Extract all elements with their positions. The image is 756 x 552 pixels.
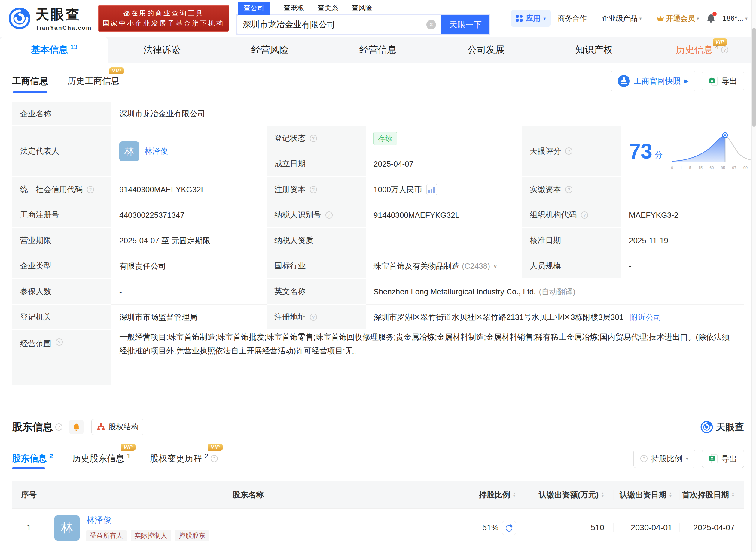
nav-divider (649, 14, 649, 23)
score-value: 73 (629, 141, 652, 162)
notifications-bell-button[interactable] (707, 13, 716, 23)
caret-down-icon: ▾ (697, 16, 699, 21)
nav-enterprise-products[interactable]: 企业级产品 ▾ (602, 13, 642, 23)
tab-history-count: 4 (716, 43, 719, 50)
equity-structure-button[interactable]: 股权结构 (91, 419, 144, 435)
field-value-company-name: 深圳市龙冶金业有限公司 (112, 102, 744, 126)
search-tab-risk[interactable]: 查风险 (352, 3, 372, 15)
promo-badge: 都在用的商业查询工具 国家中小企业发展子基金旗下机构 (98, 5, 229, 31)
subtab-business-info[interactable]: 工商信息 (12, 75, 48, 88)
field-label-legal-rep: 法定代表人 (12, 126, 112, 177)
capital-trend-icon[interactable] (426, 184, 437, 195)
shareholders-section: 股东信息 ? 股权结构 (12, 419, 744, 552)
field-value-business-scope: 一般经营项目:珠宝首饰制造;珠宝首饰批发;珠宝首饰零售;珠宝首饰回收修理服务;贵… (112, 330, 744, 386)
nearby-companies-link[interactable]: 附近公司 (630, 312, 661, 322)
search-input[interactable] (243, 20, 426, 29)
tab-development-label: 公司发展 (467, 43, 504, 56)
official-snapshot-button[interactable]: 工商官网快照 ▶ (611, 71, 695, 91)
field-value-approval-date: 2025-11-19 (621, 228, 744, 254)
legal-rep-link[interactable]: 林泽俊 (144, 146, 168, 156)
field-value-paid-capital: - (621, 177, 744, 202)
subtab-history-business-info[interactable]: VIP 历史工商信息 (67, 75, 120, 87)
help-icon[interactable]: ? (326, 212, 333, 219)
help-icon[interactable]: ? (721, 46, 728, 53)
search-input-wrap: ✕ (237, 15, 442, 34)
nav-open-membership[interactable]: 开通会员 ▾ (656, 13, 699, 23)
user-account-menu[interactable]: 186*... ▾ (723, 14, 748, 22)
en-name-note: (自动翻译) (539, 286, 576, 297)
col-header-ratio: 持股比例 ▲▼ (451, 490, 523, 500)
tab-intellectual-property[interactable]: 知识产权 (540, 37, 648, 63)
user-phone-label: 186*... (723, 14, 743, 22)
tab-basic-info-label: 基本信息 (31, 43, 68, 56)
org-chart-icon (97, 423, 105, 431)
search-tab-relation[interactable]: 查关系 (318, 3, 338, 15)
search-box: ✕ 天眼一下 (237, 15, 490, 34)
tab-basic-info[interactable]: 基本信息 13 (0, 37, 108, 63)
row-sub-date: 2030-04-01 (613, 523, 679, 533)
industry-code: (C2438) (462, 262, 490, 271)
score-chart-ticks: 01 515 6085 9799 100 (671, 165, 756, 170)
search-tab-boss[interactable]: 查老板 (284, 3, 304, 15)
help-icon[interactable]: ? (310, 313, 317, 321)
vip-badge: VIP (109, 67, 124, 75)
field-label-address: 注册地址 ? (266, 304, 366, 330)
help-icon[interactable]: ? (211, 455, 218, 462)
field-label-staff-size: 人员规模 (522, 254, 621, 279)
help-icon[interactable]: ? (565, 147, 573, 155)
shareholder-name-link[interactable]: 林泽俊 (86, 515, 209, 526)
field-value-legal-rep: 林 林泽俊 (112, 126, 266, 177)
sort-icon[interactable]: ▲▼ (669, 492, 672, 497)
promo-line2: 国家中小企业发展子基金旗下机构 (103, 18, 225, 28)
clear-icon[interactable]: ✕ (426, 20, 436, 29)
chevron-down-icon[interactable]: ∨ (493, 263, 498, 270)
caret-down-icon: ▾ (543, 16, 546, 21)
col-header-sub-date: 认缴出资日期 ▲▼ (613, 490, 679, 500)
sort-icon[interactable]: ▲▼ (601, 492, 604, 497)
scrollbar-thumb[interactable] (752, 28, 756, 127)
help-icon[interactable]: ? (55, 423, 62, 431)
shareholders-export-button[interactable]: 导出 (702, 450, 744, 468)
snapshot-label: 工商官网快照 (634, 76, 680, 87)
help-icon: ? (640, 455, 647, 462)
field-label-approval-date: 核准日期 (522, 228, 621, 254)
pie-chart-icon[interactable] (502, 521, 516, 535)
subtab-history-business-label: 历史工商信息 (67, 76, 120, 86)
vip-badge: VIP (208, 444, 222, 451)
search-tab-company[interactable]: 查公司 (238, 1, 270, 15)
equity-structure-label: 股权结构 (109, 422, 138, 432)
follow-bell-button[interactable] (69, 420, 84, 434)
shareholding-ratio-button[interactable]: ? 持股比例 ▾ (633, 450, 695, 468)
tab-operating-risk[interactable]: 经营风险 (216, 37, 324, 63)
subtab-history-shareholders-count: 1 (127, 452, 130, 460)
subtab-equity-changes[interactable]: VIP 股权变更历程 2 ? (150, 452, 218, 464)
help-icon[interactable]: ? (310, 135, 317, 142)
tab-legal-proceedings[interactable]: 法律诉讼 (108, 37, 216, 63)
field-label-paid-capital: 实缴资本 ? (522, 177, 621, 202)
sort-icon[interactable]: ▲▼ (731, 492, 735, 497)
logo-subtitle: TianYanCha.com (35, 25, 92, 31)
search-button[interactable]: 天眼一下 (442, 15, 490, 34)
field-value-reg-number: 440300225371347 (112, 202, 266, 228)
ratio-button-label: 持股比例 (651, 453, 682, 464)
tianyancha-logo[interactable]: 天眼查 TianYanCha.com (8, 5, 92, 31)
tab-company-development[interactable]: 公司发展 (432, 37, 540, 63)
sort-icon[interactable]: ▲▼ (513, 492, 516, 497)
help-icon[interactable]: ? (581, 212, 588, 219)
tab-history-info[interactable]: VIP 历史信息 4 ? (648, 37, 756, 63)
help-icon[interactable]: ? (87, 186, 94, 193)
nav-cooperation[interactable]: 商务合作 (558, 13, 587, 23)
vertical-scrollbar[interactable] (752, 0, 756, 552)
vip-badge: VIP (121, 444, 135, 451)
export-button[interactable]: 导出 (702, 71, 744, 91)
help-icon[interactable]: ? (310, 186, 317, 193)
apps-menu-button[interactable]: 应用 ▾ (511, 10, 550, 27)
help-icon[interactable]: ? (55, 338, 63, 346)
help-icon[interactable]: ? (565, 186, 573, 193)
subtab-history-shareholders[interactable]: VIP 历史股东信息 1 (72, 452, 130, 464)
subtab-shareholders[interactable]: 股东信息 2 (12, 452, 53, 464)
tab-operating-info[interactable]: 经营信息 (324, 37, 432, 63)
field-label-industry: 国标行业 (266, 254, 366, 279)
bell-icon (73, 423, 80, 431)
tab-history-label: 历史信息 (676, 43, 713, 56)
